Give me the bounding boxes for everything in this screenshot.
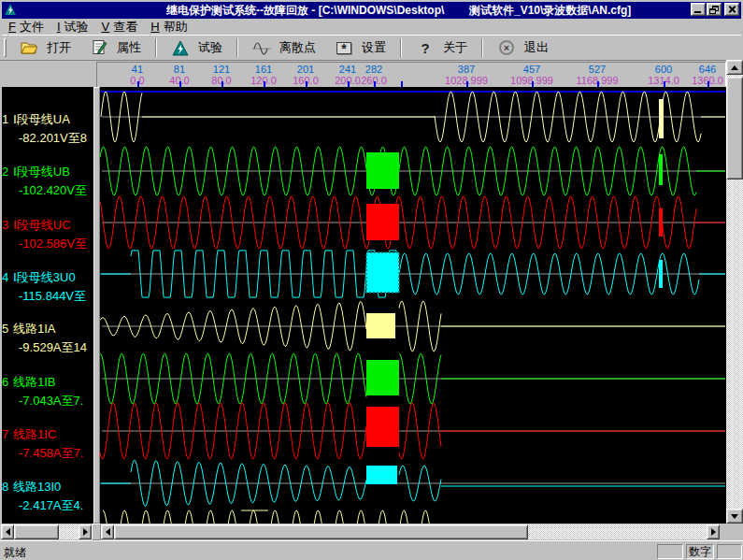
toolbar-separator — [400, 38, 402, 57]
hscroll-thumb[interactable] — [114, 524, 528, 539]
arrow-right-icon — [83, 528, 92, 536]
exit-circle-x-icon: × — [497, 39, 516, 56]
time-cursor-bar[interactable] — [659, 208, 663, 237]
fault-marker-block[interactable] — [366, 407, 399, 447]
label-panel-hscrollbar[interactable] — [1, 524, 92, 539]
toolbar: 打开 属性 试验 — [2, 35, 741, 60]
scroll-right-button[interactable] — [707, 524, 720, 539]
scroll-up-button[interactable] — [726, 60, 743, 75]
status-panel-empty — [717, 544, 742, 559]
menu-item-help[interactable]: H帮助 — [144, 18, 193, 36]
minimize-button[interactable] — [691, 3, 706, 16]
channel-label-7[interactable]: 7线路1IC-7.458A至7. — [2, 425, 93, 463]
arrow-right-icon — [711, 528, 720, 536]
status-panel-empty — [657, 544, 683, 559]
fault-marker-block[interactable] — [366, 313, 395, 338]
channel-label-4[interactable]: 4Ⅰ段母线3U0-115.844V至 — [2, 268, 93, 306]
toolbar-button-discrete-points[interactable]: 离散点 — [243, 36, 325, 59]
scroll-left-button[interactable] — [101, 524, 114, 539]
properties-document-icon — [90, 39, 108, 56]
canvas-top-border — [100, 91, 726, 93]
arrow-up-icon — [731, 62, 738, 70]
menu-bar: F文件 I试验 V查看 H帮助 — [2, 19, 741, 35]
sine-wave-icon — [252, 39, 271, 56]
arrow-left-icon — [102, 528, 110, 536]
toolbar-button-exit[interactable]: × 退出 — [488, 36, 558, 59]
menu-item-file[interactable]: F文件 — [2, 18, 50, 36]
status-text: 就绪 — [4, 545, 26, 560]
menu-item-view[interactable]: V查看 — [95, 18, 145, 36]
vertical-scroll-track[interactable] — [726, 75, 743, 509]
toolbar-button-test[interactable]: 试验 — [162, 36, 232, 59]
window-title: 继电保护测试系统--故障回放 - [C:\WINDOWS\Desktop\ 测试… — [166, 3, 631, 19]
toolbar-grip[interactable] — [4, 38, 7, 57]
panel-splitter[interactable] — [93, 87, 100, 524]
channel-label-panel: 1Ⅰ段母线UA-82.201V至82Ⅰ段母线UB-102.420V至3Ⅰ段母线U… — [0, 87, 93, 524]
channel-label-8[interactable]: 8线路13I0-2.417A至4. — [2, 478, 93, 515]
arrow-down-icon — [731, 514, 738, 523]
question-mark-icon: ? — [416, 39, 435, 56]
hscroll-thumb[interactable] — [14, 524, 59, 539]
app-logo-icon — [4, 4, 17, 17]
channel-label-6[interactable]: 6线路1IB-7.043A至7. — [2, 373, 93, 410]
restore-button[interactable] — [707, 3, 722, 16]
status-bar: 就绪 数字 — [0, 540, 743, 560]
toolbar-button-properties[interactable]: 属性 — [80, 36, 150, 59]
scroll-right-button[interactable] — [79, 524, 92, 539]
vertical-scroll-thumb[interactable] — [726, 77, 743, 179]
window-controls — [690, 3, 739, 16]
fault-marker-block[interactable] — [366, 204, 399, 240]
status-panel-numeric: 数字 — [686, 544, 714, 559]
channel-label-1[interactable]: 1Ⅰ段母线UA-82.201V至8 — [2, 110, 93, 148]
toolbar-button-settings[interactable]: * 设置 — [325, 36, 395, 59]
scroll-left-button[interactable] — [1, 524, 14, 539]
waveform-trace — [103, 510, 439, 524]
timeline-ruler[interactable]: 410.08140.012180.0161120.0201160.0241200… — [0, 60, 743, 87]
scroll-down-button[interactable] — [726, 509, 743, 524]
time-cursor-bar[interactable] — [659, 260, 663, 288]
toolbar-button-open[interactable]: 打开 — [10, 36, 80, 59]
fault-marker-block[interactable] — [366, 152, 399, 189]
scrollbar-divider[interactable] — [92, 524, 101, 540]
time-cursor-bar[interactable] — [659, 99, 664, 138]
arrow-left-icon — [2, 528, 10, 536]
test-bolt-icon — [171, 39, 190, 56]
open-folder-icon — [20, 39, 38, 56]
close-button[interactable] — [724, 3, 739, 16]
toolbar-button-about[interactable]: ? 关于 — [407, 36, 477, 59]
fault-marker-block[interactable] — [366, 466, 397, 484]
fault-marker-block[interactable] — [366, 360, 399, 395]
title-bar: 继电保护测试系统--故障回放 - [C:\WINDOWS\Desktop\ 测试… — [2, 2, 741, 19]
minimize-icon — [694, 11, 701, 13]
time-cursor-bar[interactable] — [659, 154, 663, 185]
vertical-scrollbar[interactable] — [726, 60, 743, 524]
ruler-scale[interactable]: 410.08140.012180.0161120.0201160.0241200… — [96, 62, 726, 88]
waveform-hscrollbar[interactable] — [101, 524, 720, 539]
channel-label-3[interactable]: 3Ⅰ段母线UC-102.586V至 — [2, 216, 93, 253]
waveform-canvas[interactable] — [100, 87, 726, 524]
app-window: 继电保护测试系统--故障回放 - [C:\WINDOWS\Desktop\ 测试… — [0, 0, 743, 560]
fault-marker-block[interactable] — [366, 252, 399, 293]
toolbar-separator — [481, 38, 483, 57]
scrollbar-corner — [720, 524, 743, 540]
toolbar-separator — [236, 38, 238, 57]
hscroll-track[interactable] — [14, 524, 79, 539]
settings-asterisk-icon: * — [335, 39, 353, 56]
toolbar-separator — [155, 38, 157, 57]
menu-item-test[interactable]: I试验 — [50, 18, 95, 36]
channel-label-2[interactable]: 2Ⅰ段母线UB-102.420V至 — [2, 163, 93, 200]
channel-label-5[interactable]: 5线路1IA-9.529A至14 — [2, 320, 93, 357]
hscroll-track[interactable] — [114, 524, 707, 539]
